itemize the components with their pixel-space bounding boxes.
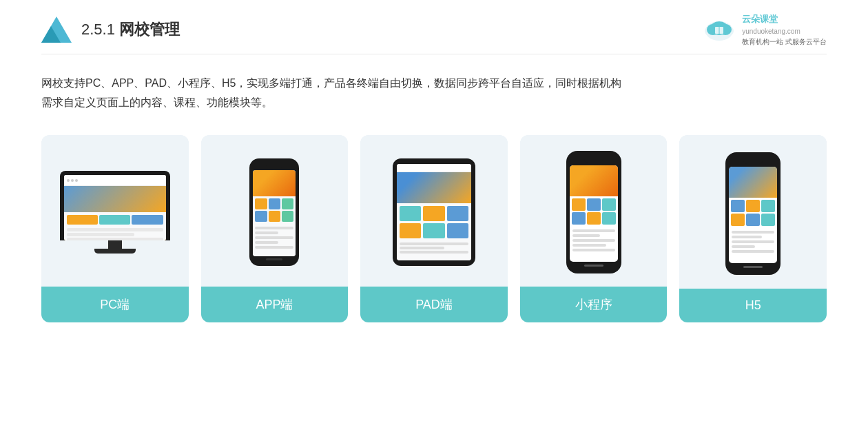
card-mini: 小程序: [520, 135, 668, 322]
description-line1: 网校支持PC、APP、PAD、小程序、H5，实现多端打通，产品各终端自由切换，数…: [41, 74, 827, 94]
card-label-h5: H5: [679, 289, 827, 322]
h5-phone-icon: [725, 152, 781, 275]
header: 2.5.1 网校管理 云朵课堂: [41, 0, 827, 54]
page-title: 2.5.1 网校管理: [81, 19, 180, 40]
pc-monitor-icon: [60, 171, 170, 254]
brand-text: 云朵课堂 yunduoketang.com 教育机构一站 式服务云平台: [742, 12, 827, 47]
card-pad: PAD端: [360, 135, 508, 322]
card-label-pc: PC端: [41, 287, 189, 322]
app-phone-icon: [249, 158, 299, 266]
cards-container: PC端: [41, 135, 827, 322]
header-left: 2.5.1 网校管理: [41, 17, 180, 43]
card-pc: PC端: [41, 135, 189, 322]
card-label-app: APP端: [201, 287, 349, 322]
card-image-h5: [679, 135, 827, 289]
card-image-pc: [41, 135, 189, 287]
card-h5: H5: [679, 135, 827, 322]
card-app: APP端: [201, 135, 349, 322]
card-label-mini: 小程序: [520, 287, 668, 322]
logo-icon: [41, 17, 72, 43]
card-image-pad: [360, 135, 508, 287]
mini-phone-icon: [566, 151, 621, 273]
card-label-pad: PAD端: [360, 287, 508, 322]
page: 2.5.1 网校管理 云朵课堂: [0, 0, 868, 434]
description-line2: 需求自定义页面上的内容、课程、功能模块等。: [41, 93, 827, 113]
card-image-mini: [520, 135, 668, 287]
description: 网校支持PC、APP、PAD、小程序、H5，实现多端打通，产品各终端自由切换，数…: [41, 74, 827, 114]
card-image-app: [201, 135, 349, 287]
pad-icon: [393, 158, 475, 266]
brand-icon: [702, 16, 736, 43]
brand-logo: 云朵课堂 yunduoketang.com 教育机构一站 式服务云平台: [702, 12, 827, 47]
